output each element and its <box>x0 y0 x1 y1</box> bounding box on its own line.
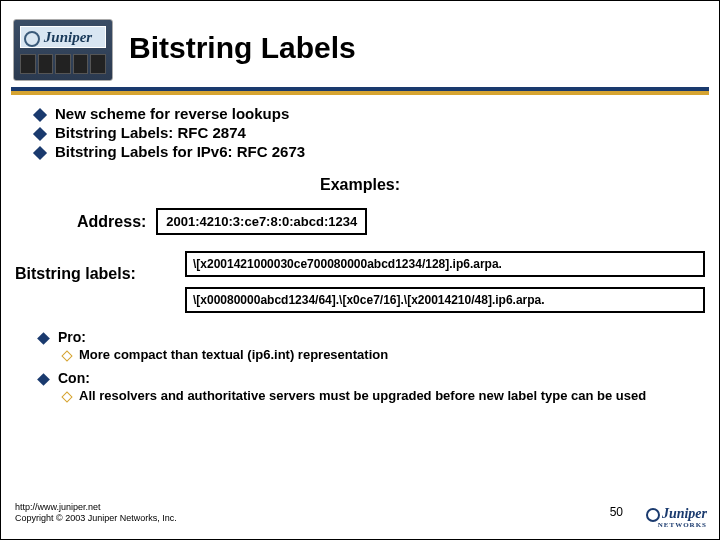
address-row: Address: 2001:4210:3:ce7:8:0:abcd:1234 <box>77 208 705 235</box>
logo-ring-icon <box>646 508 660 522</box>
diamond-bullet-icon <box>37 332 50 345</box>
footer-logo: Juniper NETWORKS <box>646 507 707 529</box>
brand-name: Juniper <box>44 29 92 46</box>
pro-text: More compact than textual (ip6.int) repr… <box>79 347 388 362</box>
footer-text: http://www.juniper.net Copyright © 2003 … <box>15 502 177 525</box>
bullet-item: Bitstring Labels: RFC 2874 <box>35 124 705 141</box>
bitstring-label: Bitstring labels: <box>15 251 185 283</box>
brand-device-image: Juniper <box>13 19 113 81</box>
hollow-diamond-icon <box>63 352 71 360</box>
footer-brand: Juniper <box>662 506 707 521</box>
procon-section: Pro: More compact than textual (ip6.int)… <box>15 329 705 403</box>
bitstring-row: Bitstring labels: \[x2001421000030ce7000… <box>15 251 705 323</box>
examples-heading: Examples: <box>15 176 705 194</box>
pro-item: More compact than textual (ip6.int) repr… <box>63 347 705 362</box>
footer-copyright: Copyright © 2003 Juniper Networks, Inc. <box>15 513 177 525</box>
bullet-text: Bitstring Labels: RFC 2874 <box>55 124 246 141</box>
diamond-bullet-icon <box>33 108 47 122</box>
bitstring-boxes: \[x2001421000030ce700080000abcd1234/128]… <box>185 251 705 323</box>
pro-label: Pro: <box>58 329 86 345</box>
address-box: 2001:4210:3:ce7:8:0:abcd:1234 <box>156 208 367 235</box>
bullet-text: New scheme for reverse lookups <box>55 105 289 122</box>
diamond-bullet-icon <box>37 373 50 386</box>
page-title: Bitstring Labels <box>129 31 356 65</box>
bullet-item: New scheme for reverse lookups <box>35 105 705 122</box>
con-text: All resolvers and authoritative servers … <box>79 388 646 403</box>
footer-brand-sub: NETWORKS <box>646 522 707 529</box>
bullet-item: Bitstring Labels for IPv6: RFC 2673 <box>35 143 705 160</box>
bitstring-box: \[x00080000abcd1234/64].\[x0ce7/16].\[x2… <box>185 287 705 313</box>
page-number: 50 <box>610 505 623 519</box>
con-item: All resolvers and authoritative servers … <box>63 388 705 403</box>
con-heading: Con: <box>39 370 705 386</box>
hollow-diamond-icon <box>63 393 71 401</box>
diamond-bullet-icon <box>33 127 47 141</box>
con-label: Con: <box>58 370 90 386</box>
bullet-text: Bitstring Labels for IPv6: RFC 2673 <box>55 143 305 160</box>
brand-plate: Juniper <box>20 26 106 48</box>
diamond-bullet-icon <box>33 146 47 160</box>
divider-gold <box>11 91 709 95</box>
address-label: Address: <box>77 213 146 231</box>
footer-url: http://www.juniper.net <box>15 502 177 514</box>
pro-heading: Pro: <box>39 329 705 345</box>
slide: Juniper Bitstring Labels New scheme for … <box>0 0 720 540</box>
bitstring-box: \[x2001421000030ce700080000abcd1234/128]… <box>185 251 705 277</box>
device-ports <box>20 54 106 74</box>
content-area: New scheme for reverse lookups Bitstring… <box>11 105 709 491</box>
